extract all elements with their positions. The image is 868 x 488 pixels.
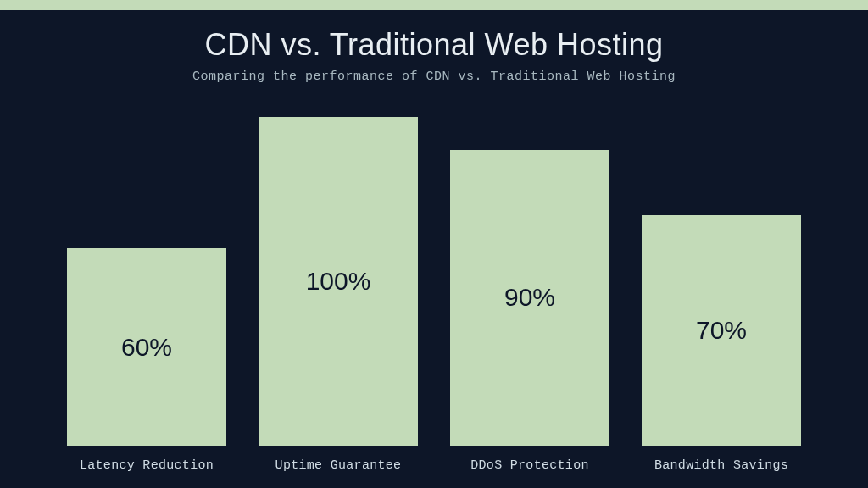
bar-group: 70% Bandwidth Savings — [637, 215, 806, 488]
bar-value-label: 70% — [696, 316, 747, 345]
bar-category-label: DDoS Protection — [470, 458, 589, 473]
bar-group: 60% Latency Reduction — [62, 248, 231, 488]
bar-category-label: Uptime Guarantee — [275, 458, 402, 473]
bar-group: 100% Uptime Guarantee — [253, 117, 423, 488]
bar-category-label: Latency Reduction — [80, 458, 214, 473]
bar-value-label: 100% — [306, 267, 371, 296]
bar-bandwidth-savings: 70% — [642, 215, 801, 446]
bar-group: 90% DDoS Protection — [445, 150, 615, 488]
bar-latency-reduction: 60% — [67, 248, 226, 446]
bar-uptime-guarantee: 100% — [259, 117, 418, 446]
page-subtitle: Comparing the performance of CDN vs. Tra… — [42, 69, 826, 84]
chart-container: CDN vs. Traditional Web Hosting Comparin… — [0, 10, 868, 488]
bar-chart: 60% Latency Reduction 100% Uptime Guaran… — [42, 99, 826, 488]
bar-ddos-protection: 90% — [450, 150, 609, 446]
accent-strip — [0, 0, 868, 10]
bar-category-label: Bandwidth Savings — [654, 458, 788, 473]
page-title: CDN vs. Traditional Web Hosting — [42, 27, 826, 63]
bar-value-label: 90% — [504, 283, 555, 312]
bar-value-label: 60% — [121, 333, 172, 362]
